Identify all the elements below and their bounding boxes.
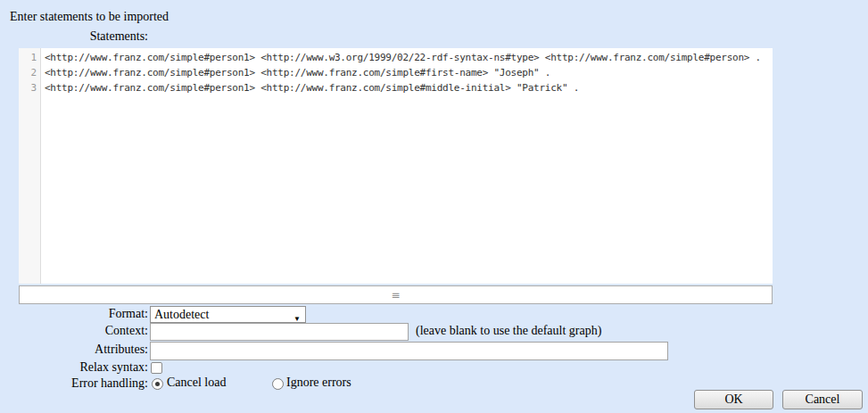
cancel-button[interactable]: Cancel xyxy=(782,390,863,409)
statements-label: Statements: xyxy=(0,29,148,44)
line-number: 2 xyxy=(19,65,40,80)
relax-syntax-checkbox[interactable] xyxy=(151,362,162,374)
line-number: 3 xyxy=(19,80,40,95)
cancel-load-radio[interactable] xyxy=(152,378,163,390)
format-label: Format: xyxy=(0,307,148,321)
line-number: 1 xyxy=(19,50,40,65)
ignore-errors-radio[interactable] xyxy=(272,378,284,390)
error-handling-label: Error handling: xyxy=(0,376,148,391)
page-title: Enter statements to be imported xyxy=(10,10,169,24)
statements-editor[interactable]: 1 2 3 <http://www.franz.com/simple#perso… xyxy=(19,48,773,284)
context-input[interactable] xyxy=(150,323,409,341)
editor-resize-handle[interactable]: ≡ xyxy=(19,285,773,304)
format-selected-value: Autodetect xyxy=(154,308,209,321)
format-select[interactable]: Autodetect ▼ xyxy=(150,306,306,323)
attributes-input[interactable] xyxy=(150,342,668,360)
relax-syntax-label: Relax syntax: xyxy=(0,360,148,375)
code-line[interactable]: <http://www.franz.com/simple#person1> <h… xyxy=(45,50,773,65)
attributes-label: Attributes: xyxy=(0,343,148,357)
editor-line-number-gutter: 1 2 3 xyxy=(19,48,41,284)
editor-code-area[interactable]: <http://www.franz.com/simple#person1> <h… xyxy=(41,48,773,284)
context-label: Context: xyxy=(0,324,148,338)
ignore-errors-radio-label[interactable]: Ignore errors xyxy=(286,376,351,390)
code-line[interactable]: <http://www.franz.com/simple#person1> <h… xyxy=(45,80,773,95)
context-hint: (leave blank to use the default graph) xyxy=(416,324,601,338)
ok-button[interactable]: OK xyxy=(694,390,773,409)
cancel-load-radio-label[interactable]: Cancel load xyxy=(167,376,226,390)
import-statements-page: Enter statements to be imported Statemen… xyxy=(0,0,868,413)
code-line[interactable]: <http://www.franz.com/simple#person1> <h… xyxy=(45,65,773,80)
resize-grip-icon: ≡ xyxy=(391,287,400,304)
